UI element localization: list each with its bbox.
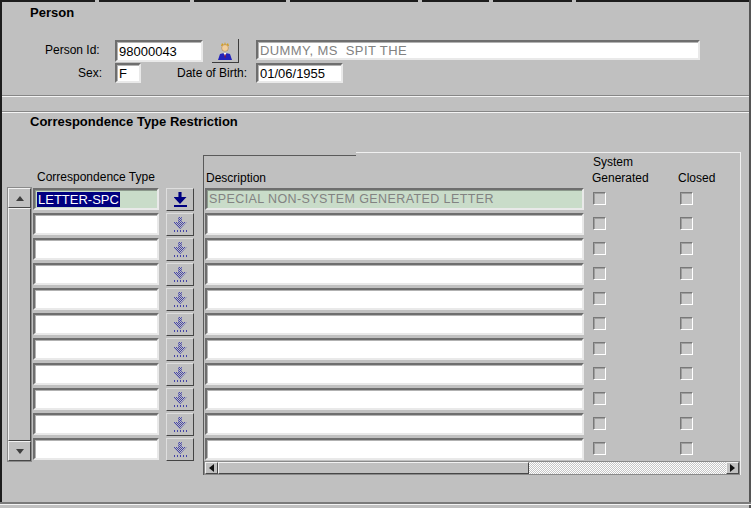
down-arrow-icon	[174, 417, 187, 429]
correspondence-type-list-button[interactable]	[166, 388, 194, 411]
horizontal-scrollbar-thumb[interactable]	[218, 462, 529, 474]
description-field[interactable]	[205, 388, 584, 410]
restriction-row	[0, 363, 751, 385]
closed-checkbox[interactable]	[680, 242, 693, 255]
restriction-rows: LETTER-SPC SPECIAL NON-SYSTEM GENERATED …	[0, 0, 751, 508]
system-generated-checkbox[interactable]	[593, 367, 606, 380]
scroll-left-button[interactable]	[205, 462, 218, 474]
description-value: SPECIAL NON-SYSTEM GENERATED LETTER	[209, 192, 494, 206]
down-arrow-icon	[174, 192, 187, 204]
description-field[interactable]	[205, 263, 584, 285]
system-generated-checkbox[interactable]	[593, 317, 606, 330]
record-scrollbar[interactable]	[7, 187, 32, 462]
closed-checkbox[interactable]	[680, 217, 693, 230]
correspondence-type-list-button[interactable]	[166, 288, 194, 311]
correspondence-type-list-button[interactable]	[166, 413, 194, 436]
down-arrow-icon	[174, 317, 187, 329]
description-field[interactable]	[205, 363, 584, 385]
system-generated-checkbox[interactable]	[593, 292, 606, 305]
system-generated-checkbox[interactable]	[593, 242, 606, 255]
correspondence-type-list-button[interactable]	[166, 313, 194, 336]
correspondence-type-field[interactable]	[33, 288, 159, 310]
closed-checkbox[interactable]	[680, 392, 693, 405]
correspondence-type-field[interactable]	[33, 413, 159, 435]
description-field[interactable]	[205, 238, 584, 260]
correspondence-type-field[interactable]	[33, 438, 159, 460]
closed-checkbox[interactable]	[680, 192, 693, 205]
restriction-row	[0, 263, 751, 285]
description-field[interactable]: SPECIAL NON-SYSTEM GENERATED LETTER	[205, 188, 584, 210]
restriction-row	[0, 413, 751, 435]
closed-checkbox[interactable]	[680, 342, 693, 355]
up-arrow-icon	[16, 196, 24, 201]
closed-checkbox[interactable]	[680, 442, 693, 455]
system-generated-checkbox[interactable]	[593, 192, 606, 205]
correspondence-type-field[interactable]	[33, 388, 159, 410]
restriction-row	[0, 313, 751, 335]
correspondence-type-list-button[interactable]	[166, 213, 194, 236]
down-arrow-icon	[174, 392, 187, 404]
restriction-row	[0, 238, 751, 260]
closed-checkbox[interactable]	[680, 292, 693, 305]
record-scrollbar-thumb[interactable]	[8, 208, 31, 441]
correspondence-type-value: LETTER-SPC	[37, 192, 120, 207]
closed-checkbox[interactable]	[680, 317, 693, 330]
correspondence-type-field[interactable]: LETTER-SPC	[33, 188, 159, 210]
correspondence-type-list-button[interactable]	[166, 263, 194, 286]
right-arrow-icon	[730, 464, 735, 472]
correspondence-type-field[interactable]	[33, 263, 159, 285]
closed-checkbox[interactable]	[680, 417, 693, 430]
down-arrow-icon	[174, 267, 187, 279]
description-horizontal-scrollbar[interactable]	[204, 461, 740, 475]
down-arrow-icon	[174, 217, 187, 229]
down-arrow-icon	[174, 292, 187, 304]
description-field[interactable]	[205, 413, 584, 435]
system-generated-checkbox[interactable]	[593, 417, 606, 430]
restriction-row	[0, 288, 751, 310]
closed-checkbox[interactable]	[680, 367, 693, 380]
restriction-row	[0, 213, 751, 235]
correspondence-type-field[interactable]	[33, 213, 159, 235]
system-generated-checkbox[interactable]	[593, 267, 606, 280]
description-field[interactable]	[205, 313, 584, 335]
correspondence-type-field[interactable]	[33, 338, 159, 360]
correspondence-type-list-button[interactable]	[166, 188, 194, 211]
down-arrow-icon	[174, 342, 187, 354]
correspondence-type-list-button[interactable]	[166, 338, 194, 361]
system-generated-checkbox[interactable]	[593, 342, 606, 355]
restriction-row	[0, 438, 751, 460]
down-arrow-icon	[16, 449, 24, 454]
form-window: Person Person Id: 98000043 DUMMY, MS SPI…	[0, 0, 751, 508]
description-field[interactable]	[205, 213, 584, 235]
system-generated-checkbox[interactable]	[593, 217, 606, 230]
system-generated-checkbox[interactable]	[593, 392, 606, 405]
scroll-down-button[interactable]	[8, 441, 31, 461]
correspondence-type-list-button[interactable]	[166, 238, 194, 261]
description-field[interactable]	[205, 338, 584, 360]
correspondence-type-field[interactable]	[33, 363, 159, 385]
correspondence-type-field[interactable]	[33, 313, 159, 335]
left-arrow-icon	[209, 464, 214, 472]
scroll-up-button[interactable]	[8, 188, 31, 208]
system-generated-checkbox[interactable]	[593, 442, 606, 455]
description-field[interactable]	[205, 438, 584, 460]
description-field[interactable]	[205, 288, 584, 310]
down-arrow-icon	[174, 442, 187, 454]
down-arrow-icon	[174, 242, 187, 254]
correspondence-type-field[interactable]	[33, 238, 159, 260]
correspondence-type-list-button[interactable]	[166, 438, 194, 461]
closed-checkbox[interactable]	[680, 267, 693, 280]
restriction-row	[0, 338, 751, 360]
down-arrow-icon	[174, 367, 187, 379]
scroll-right-button[interactable]	[726, 462, 739, 474]
restriction-row	[0, 388, 751, 410]
restriction-row: LETTER-SPC SPECIAL NON-SYSTEM GENERATED …	[0, 188, 751, 210]
correspondence-type-list-button[interactable]	[166, 363, 194, 386]
